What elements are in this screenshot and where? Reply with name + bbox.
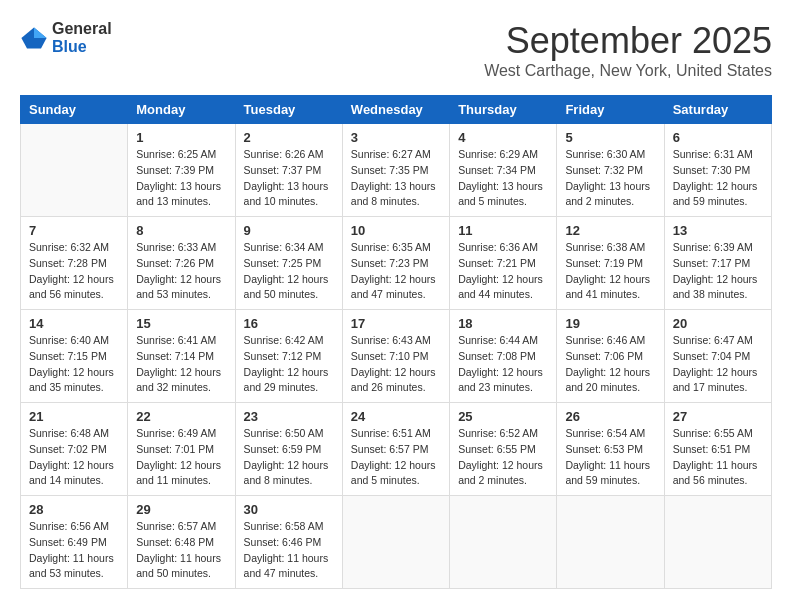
day-number: 9 [244, 223, 334, 238]
sun-info: Sunrise: 6:54 AMSunset: 6:53 PMDaylight:… [565, 426, 655, 489]
day-cell: 14Sunrise: 6:40 AMSunset: 7:15 PMDayligh… [21, 310, 128, 403]
week-row-2: 7Sunrise: 6:32 AMSunset: 7:28 PMDaylight… [21, 217, 772, 310]
day-cell [557, 496, 664, 589]
logo: General Blue [20, 20, 112, 56]
sun-info: Sunrise: 6:50 AMSunset: 6:59 PMDaylight:… [244, 426, 334, 489]
week-row-5: 28Sunrise: 6:56 AMSunset: 6:49 PMDayligh… [21, 496, 772, 589]
sun-info: Sunrise: 6:44 AMSunset: 7:08 PMDaylight:… [458, 333, 548, 396]
day-cell [450, 496, 557, 589]
col-header-friday: Friday [557, 96, 664, 124]
sun-info: Sunrise: 6:49 AMSunset: 7:01 PMDaylight:… [136, 426, 226, 489]
day-number: 27 [673, 409, 763, 424]
day-cell: 12Sunrise: 6:38 AMSunset: 7:19 PMDayligh… [557, 217, 664, 310]
col-header-tuesday: Tuesday [235, 96, 342, 124]
day-number: 4 [458, 130, 548, 145]
day-cell [664, 496, 771, 589]
day-cell: 26Sunrise: 6:54 AMSunset: 6:53 PMDayligh… [557, 403, 664, 496]
day-number: 19 [565, 316, 655, 331]
header-row: SundayMondayTuesdayWednesdayThursdayFrid… [21, 96, 772, 124]
sun-info: Sunrise: 6:35 AMSunset: 7:23 PMDaylight:… [351, 240, 441, 303]
day-cell: 1Sunrise: 6:25 AMSunset: 7:39 PMDaylight… [128, 124, 235, 217]
sun-info: Sunrise: 6:31 AMSunset: 7:30 PMDaylight:… [673, 147, 763, 210]
col-header-saturday: Saturday [664, 96, 771, 124]
day-cell: 23Sunrise: 6:50 AMSunset: 6:59 PMDayligh… [235, 403, 342, 496]
day-number: 12 [565, 223, 655, 238]
day-number: 6 [673, 130, 763, 145]
day-cell: 20Sunrise: 6:47 AMSunset: 7:04 PMDayligh… [664, 310, 771, 403]
day-cell: 28Sunrise: 6:56 AMSunset: 6:49 PMDayligh… [21, 496, 128, 589]
day-number: 1 [136, 130, 226, 145]
sun-info: Sunrise: 6:52 AMSunset: 6:55 PMDaylight:… [458, 426, 548, 489]
day-cell: 3Sunrise: 6:27 AMSunset: 7:35 PMDaylight… [342, 124, 449, 217]
day-cell: 27Sunrise: 6:55 AMSunset: 6:51 PMDayligh… [664, 403, 771, 496]
week-row-3: 14Sunrise: 6:40 AMSunset: 7:15 PMDayligh… [21, 310, 772, 403]
day-cell: 29Sunrise: 6:57 AMSunset: 6:48 PMDayligh… [128, 496, 235, 589]
day-number: 8 [136, 223, 226, 238]
sun-info: Sunrise: 6:40 AMSunset: 7:15 PMDaylight:… [29, 333, 119, 396]
sun-info: Sunrise: 6:32 AMSunset: 7:28 PMDaylight:… [29, 240, 119, 303]
sun-info: Sunrise: 6:39 AMSunset: 7:17 PMDaylight:… [673, 240, 763, 303]
day-number: 28 [29, 502, 119, 517]
week-row-4: 21Sunrise: 6:48 AMSunset: 7:02 PMDayligh… [21, 403, 772, 496]
day-number: 22 [136, 409, 226, 424]
day-number: 11 [458, 223, 548, 238]
day-cell: 4Sunrise: 6:29 AMSunset: 7:34 PMDaylight… [450, 124, 557, 217]
day-cell: 2Sunrise: 6:26 AMSunset: 7:37 PMDaylight… [235, 124, 342, 217]
sun-info: Sunrise: 6:47 AMSunset: 7:04 PMDaylight:… [673, 333, 763, 396]
day-cell [21, 124, 128, 217]
day-cell: 25Sunrise: 6:52 AMSunset: 6:55 PMDayligh… [450, 403, 557, 496]
logo-line1: General [52, 20, 112, 38]
month-title: September 2025 [484, 20, 772, 62]
day-cell: 8Sunrise: 6:33 AMSunset: 7:26 PMDaylight… [128, 217, 235, 310]
day-cell: 5Sunrise: 6:30 AMSunset: 7:32 PMDaylight… [557, 124, 664, 217]
sun-info: Sunrise: 6:51 AMSunset: 6:57 PMDaylight:… [351, 426, 441, 489]
col-header-thursday: Thursday [450, 96, 557, 124]
logo-icon [20, 24, 48, 52]
logo-line2: Blue [52, 38, 112, 56]
day-cell: 13Sunrise: 6:39 AMSunset: 7:17 PMDayligh… [664, 217, 771, 310]
location-subtitle: West Carthage, New York, United States [484, 62, 772, 80]
day-number: 17 [351, 316, 441, 331]
day-number: 15 [136, 316, 226, 331]
sun-info: Sunrise: 6:48 AMSunset: 7:02 PMDaylight:… [29, 426, 119, 489]
day-cell: 18Sunrise: 6:44 AMSunset: 7:08 PMDayligh… [450, 310, 557, 403]
day-cell: 19Sunrise: 6:46 AMSunset: 7:06 PMDayligh… [557, 310, 664, 403]
day-number: 16 [244, 316, 334, 331]
sun-info: Sunrise: 6:27 AMSunset: 7:35 PMDaylight:… [351, 147, 441, 210]
sun-info: Sunrise: 6:30 AMSunset: 7:32 PMDaylight:… [565, 147, 655, 210]
sun-info: Sunrise: 6:38 AMSunset: 7:19 PMDaylight:… [565, 240, 655, 303]
week-row-1: 1Sunrise: 6:25 AMSunset: 7:39 PMDaylight… [21, 124, 772, 217]
day-cell: 21Sunrise: 6:48 AMSunset: 7:02 PMDayligh… [21, 403, 128, 496]
day-cell: 15Sunrise: 6:41 AMSunset: 7:14 PMDayligh… [128, 310, 235, 403]
sun-info: Sunrise: 6:56 AMSunset: 6:49 PMDaylight:… [29, 519, 119, 582]
day-cell: 22Sunrise: 6:49 AMSunset: 7:01 PMDayligh… [128, 403, 235, 496]
day-number: 29 [136, 502, 226, 517]
day-cell: 7Sunrise: 6:32 AMSunset: 7:28 PMDaylight… [21, 217, 128, 310]
day-number: 18 [458, 316, 548, 331]
sun-info: Sunrise: 6:57 AMSunset: 6:48 PMDaylight:… [136, 519, 226, 582]
sun-info: Sunrise: 6:36 AMSunset: 7:21 PMDaylight:… [458, 240, 548, 303]
sun-info: Sunrise: 6:43 AMSunset: 7:10 PMDaylight:… [351, 333, 441, 396]
day-number: 3 [351, 130, 441, 145]
day-number: 14 [29, 316, 119, 331]
sun-info: Sunrise: 6:46 AMSunset: 7:06 PMDaylight:… [565, 333, 655, 396]
day-cell: 6Sunrise: 6:31 AMSunset: 7:30 PMDaylight… [664, 124, 771, 217]
day-cell: 16Sunrise: 6:42 AMSunset: 7:12 PMDayligh… [235, 310, 342, 403]
day-number: 21 [29, 409, 119, 424]
day-number: 23 [244, 409, 334, 424]
day-number: 20 [673, 316, 763, 331]
day-number: 2 [244, 130, 334, 145]
day-number: 5 [565, 130, 655, 145]
page-header: General Blue September 2025 West Carthag… [20, 20, 772, 80]
day-number: 13 [673, 223, 763, 238]
day-number: 30 [244, 502, 334, 517]
day-number: 26 [565, 409, 655, 424]
sun-info: Sunrise: 6:29 AMSunset: 7:34 PMDaylight:… [458, 147, 548, 210]
col-header-wednesday: Wednesday [342, 96, 449, 124]
day-cell: 9Sunrise: 6:34 AMSunset: 7:25 PMDaylight… [235, 217, 342, 310]
day-number: 24 [351, 409, 441, 424]
sun-info: Sunrise: 6:41 AMSunset: 7:14 PMDaylight:… [136, 333, 226, 396]
day-number: 7 [29, 223, 119, 238]
sun-info: Sunrise: 6:42 AMSunset: 7:12 PMDaylight:… [244, 333, 334, 396]
sun-info: Sunrise: 6:34 AMSunset: 7:25 PMDaylight:… [244, 240, 334, 303]
